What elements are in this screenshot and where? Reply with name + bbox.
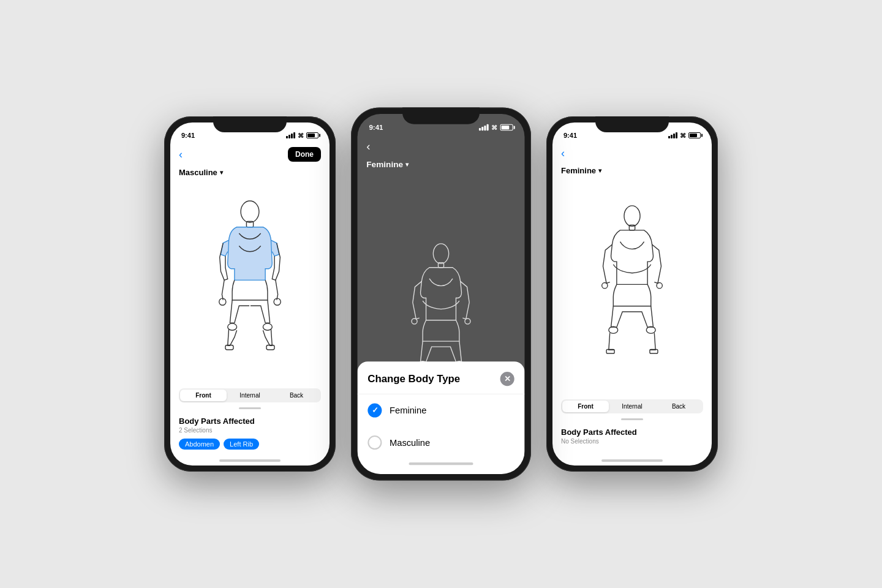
tags-row-3 — [552, 450, 712, 456]
body-figure-3[interactable] — [552, 178, 712, 397]
home-indicator-3 — [601, 459, 663, 462]
svg-point-18 — [602, 283, 608, 288]
phone-2: 9:41 ⌘ ‹ Feminine ▾ — [351, 108, 531, 481]
tag-abdomen[interactable]: Abdomen — [179, 439, 220, 450]
dropdown-arrow-2: ▾ — [405, 161, 409, 168]
section-subtitle-3: No Selections — [552, 438, 712, 450]
svg-point-16 — [624, 206, 640, 227]
tab-back-3[interactable]: Back — [655, 401, 702, 412]
svg-point-21 — [646, 326, 655, 333]
wifi-icon-2: ⌘ — [491, 124, 498, 131]
svg-point-11 — [465, 318, 470, 324]
body-type-selector-2[interactable]: Feminine ▾ — [358, 157, 525, 172]
back-button-1[interactable]: ‹ — [179, 148, 183, 161]
dropdown-arrow-3: ▾ — [598, 167, 601, 174]
tab-front-1[interactable]: Front — [180, 390, 227, 401]
svg-point-8 — [433, 244, 448, 264]
phones-container: 9:41 ⌘ ‹ Done Masculine ▾ — [140, 80, 742, 508]
tab-back-1[interactable]: Back — [273, 390, 320, 401]
done-button-1[interactable]: Done — [288, 147, 321, 162]
view-tabs-3: Front Internal Back — [561, 399, 703, 413]
body-figure-1[interactable] — [170, 179, 330, 386]
app-header-2: ‹ — [358, 137, 525, 157]
section-subtitle-1: 2 Selections — [170, 427, 330, 439]
modal-option-feminine[interactable]: ✓ Feminine — [358, 394, 525, 427]
phone-3: 9:41 ⌘ ‹ Feminine ▾ — [546, 116, 718, 472]
section-title-3: Body Parts Affected — [552, 425, 712, 438]
tab-front-3[interactable]: Front — [562, 401, 609, 412]
drag-indicator-1 — [239, 407, 261, 409]
svg-point-0 — [241, 200, 259, 222]
status-time-3: 9:41 — [564, 132, 577, 139]
phone-3-screen: 9:41 ⌘ ‹ Feminine ▾ — [552, 123, 712, 466]
view-tabs-1: Front Internal Back — [179, 388, 321, 402]
status-time-2: 9:41 — [369, 124, 383, 132]
battery-icon-2 — [500, 124, 513, 131]
signal-bars-2 — [479, 124, 489, 131]
signal-bars-1 — [286, 132, 295, 138]
section-title-1: Body Parts Affected — [170, 414, 330, 427]
wifi-icon-1: ⌘ — [298, 132, 304, 139]
body-figure-svg-3 — [592, 205, 672, 370]
notch-2 — [402, 108, 480, 124]
phone-1: 9:41 ⌘ ‹ Done Masculine ▾ — [164, 116, 336, 472]
app-header-1: ‹ Done — [170, 145, 330, 165]
body-type-selector-3[interactable]: Feminine ▾ — [552, 164, 712, 178]
option-label-feminine: Feminine — [390, 405, 426, 416]
status-icons-3: ⌘ — [668, 132, 701, 139]
body-figure-svg-1 — [210, 200, 290, 366]
body-type-label-1: Masculine — [179, 168, 217, 177]
wifi-icon-3: ⌘ — [680, 132, 686, 139]
notch-3 — [595, 116, 669, 132]
radio-feminine: ✓ — [368, 404, 382, 418]
app-header-3: ‹ — [552, 145, 712, 164]
signal-bars-3 — [668, 132, 677, 138]
option-label-masculine: Masculine — [390, 437, 430, 448]
battery-fill-1 — [307, 134, 315, 137]
body-type-label-3: Feminine — [561, 166, 596, 175]
tab-internal-3[interactable]: Internal — [609, 401, 655, 412]
back-button-3[interactable]: ‹ — [561, 147, 565, 160]
status-time-1: 9:41 — [181, 132, 195, 139]
home-indicator-2-modal — [409, 462, 473, 465]
battery-icon-1 — [306, 132, 318, 138]
svg-point-10 — [412, 318, 417, 324]
battery-icon-3 — [688, 132, 701, 138]
battery-fill-3 — [690, 134, 697, 137]
status-icons-1: ⌘ — [286, 132, 318, 139]
home-indicator-1 — [219, 459, 281, 462]
body-type-label-2: Feminine — [366, 160, 403, 170]
modal-title: Change Body Type — [368, 373, 460, 385]
body-type-selector-1[interactable]: Masculine ▾ — [170, 165, 330, 179]
dropdown-arrow-1: ▾ — [220, 169, 223, 176]
status-icons-2: ⌘ — [479, 124, 513, 131]
change-body-type-modal: Change Body Type ✕ ✓ Feminine Masculine — [358, 361, 525, 474]
modal-option-masculine[interactable]: Masculine — [358, 426, 525, 459]
modal-header: Change Body Type ✕ — [358, 372, 525, 394]
svg-point-19 — [657, 283, 662, 288]
tab-internal-1[interactable]: Internal — [227, 390, 273, 401]
phone-1-screen: 9:41 ⌘ ‹ Done Masculine ▾ — [170, 123, 330, 466]
modal-close-button[interactable]: ✕ — [500, 372, 514, 386]
tag-left-rib[interactable]: Left Rib — [224, 439, 259, 450]
radio-masculine — [368, 435, 382, 450]
battery-fill-2 — [502, 126, 510, 129]
notch-1 — [213, 116, 287, 132]
phone-2-screen: 9:41 ⌘ ‹ Feminine ▾ — [358, 114, 525, 474]
svg-point-20 — [609, 326, 618, 333]
drag-indicator-3 — [621, 418, 643, 420]
back-button-2[interactable]: ‹ — [366, 140, 370, 153]
tags-row-1: Abdomen Left Rib — [170, 439, 330, 456]
